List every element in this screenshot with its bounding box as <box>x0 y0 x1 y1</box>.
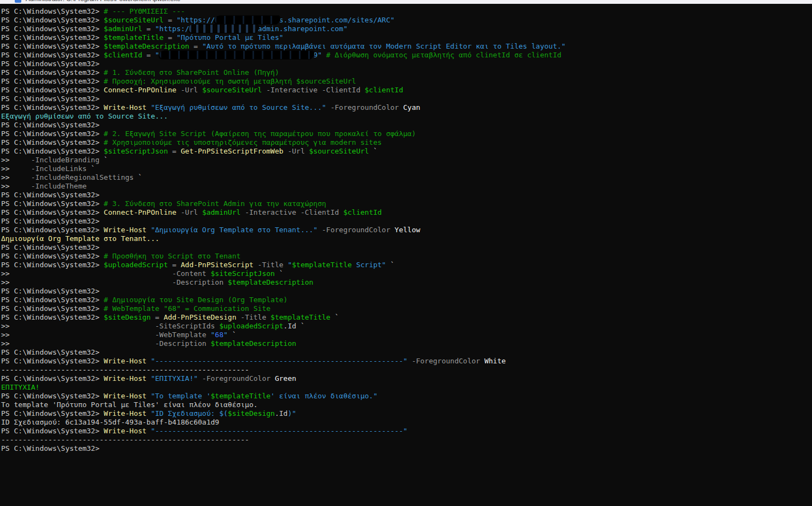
text-segment: "Αυτό το πρότυπο περιλαμβάνει αυτόματα τ… <box>202 42 566 50</box>
terminal-line: Εξαγωγή ρυθμίσεων από το Source Site... <box>1 112 812 121</box>
text-segment: .Id <box>275 409 287 417</box>
text-segment: ID Σχεδιασμού: 6c13a194-55df-493a-baff-b… <box>1 418 219 426</box>
terminal-line: PS C:\Windows\System32> # Προσοχή: Χρησι… <box>1 77 812 86</box>
prompt-text: >> <box>1 156 10 164</box>
text-segment: Write-Host <box>104 226 146 234</box>
terminal-line: PS C:\Windows\System32> <box>1 121 812 130</box>
text-segment: ----------------------------------------… <box>1 436 249 444</box>
text-segment: White <box>484 357 505 365</box>
text-segment: "---------------------------------------… <box>151 357 408 365</box>
terminal-line: PS C:\Windows\System32> $clientId = " 9"… <box>1 51 812 60</box>
prompt-text: PS C:\Windows\System32> <box>1 392 104 400</box>
terminal-line: PS C:\Windows\System32> # Προσθήκη του S… <box>1 252 812 261</box>
text-segment: Connect-PnPOnline <box>104 86 176 94</box>
terminal-line: PS C:\Windows\System32> <box>1 348 812 357</box>
text-segment: = <box>189 42 202 50</box>
text-segment: Εξαγωγή ρυθμίσεων από το Source Site... <box>1 112 168 120</box>
prompt-text: PS C:\Windows\System32> <box>1 77 104 85</box>
text-segment: $siteScriptJson <box>104 147 168 155</box>
text-segment <box>146 357 151 365</box>
text-segment: # 2. Εξαγωγή Site Script (Αφαίρεση της π… <box>104 130 416 138</box>
text-segment: -Interactive -ClientId <box>240 208 343 216</box>
prompt-text: >> <box>1 173 10 181</box>
text-segment <box>322 51 326 59</box>
text-segment: $siteDesign <box>228 409 275 417</box>
text-segment: = <box>163 33 176 42</box>
text-segment <box>10 339 155 348</box>
terminal-line: PS C:\Windows\System32> $templateTitle =… <box>1 33 812 42</box>
text-segment: Write-Host <box>104 103 146 111</box>
text-segment: Add-PnPSiteDesign <box>163 313 236 321</box>
text-segment: ' είναι πλέον διαθέσιμο." <box>270 392 378 400</box>
text-segment: -Description <box>155 339 211 348</box>
terminal-line: PS C:\Windows\System32> $templateDescrip… <box>1 42 812 51</box>
text-segment: -IncludeTheme <box>31 182 87 190</box>
prompt-text: PS C:\Windows\System32> <box>1 374 104 383</box>
text-segment: Get-PnPSiteScriptFromWeb <box>181 147 284 155</box>
terminal-line: >> -Description $templateDescription <box>1 339 812 348</box>
terminal-line: >> -IncludeRegionalSettings ` <box>1 173 812 182</box>
prompt-text: PS C:\Windows\System32> <box>1 348 99 356</box>
prompt-text: PS C:\Windows\System32> <box>1 60 99 68</box>
terminal-line: Το template 'Πρότυπο Portal με Tiles' εί… <box>1 401 812 409</box>
text-segment: ` <box>228 331 237 339</box>
prompt-text: PS C:\Windows\System32> <box>1 217 99 225</box>
text-segment: 68 <box>215 331 223 339</box>
text-segment: "https:// <box>176 16 215 24</box>
text-segment: # 3. Σύνδεση στο SharePoint Admin για τη… <box>104 199 326 208</box>
text-segment <box>10 322 155 330</box>
text-segment: -WebTemplate <box>155 331 211 339</box>
text-segment <box>146 409 151 417</box>
window-title: Administrator: C:\Program Files\PowerShe… <box>26 0 180 3</box>
terminal-line: ΕΠΙΤΥΧΙΑ! <box>1 383 812 392</box>
text-segment <box>146 374 151 383</box>
text-segment: # Προσοχή: Χρησιμοποιούμε τη σωστή μεταβ… <box>104 77 356 85</box>
prompt-text: >> <box>1 278 10 286</box>
text-segment <box>10 331 155 339</box>
prompt-text: PS C:\Windows\System32> <box>1 95 99 103</box>
terminal-output[interactable]: PS C:\Windows\System32> # --- ΡΥΘΜΙΣΕΙΣ … <box>0 4 812 506</box>
text-segment <box>10 182 31 190</box>
prompt-text: PS C:\Windows\System32> <box>1 261 104 269</box>
text-segment: Script" <box>352 261 386 269</box>
prompt-text: PS C:\Windows\System32> <box>1 121 99 129</box>
terminal-line: PS C:\Windows\System32> # WebTemplate "6… <box>1 304 812 313</box>
terminal-line: Δημιουργία Org Template στο Tenant... <box>1 234 812 243</box>
terminal-line: >> -WebTemplate "68" ` <box>1 331 812 339</box>
terminal-line: PS C:\Windows\System32> $siteScriptJson … <box>1 147 812 156</box>
text-segment: $siteDesign <box>104 313 151 321</box>
text-segment: -ForegroundColor <box>198 374 275 383</box>
prompt-text: >> <box>1 269 10 278</box>
text-segment: $clientId <box>104 51 142 59</box>
text-segment: $siteScriptJson <box>211 269 275 278</box>
titlebar: Administrator: C:\Program Files\PowerShe… <box>0 0 812 4</box>
text-segment: 9" <box>313 51 322 59</box>
terminal-line: >> -SiteScriptIds $uploadedScript.Id ` <box>1 322 812 331</box>
text-segment: $adminUrl <box>202 208 240 216</box>
text-segment: $adminUrl <box>104 25 142 33</box>
text-segment: = <box>168 147 180 155</box>
terminal-line: PS C:\Windows\System32> Connect-PnPOnlin… <box>1 86 812 95</box>
text-segment <box>146 103 151 111</box>
terminal-line: PS C:\Windows\System32> # 1. Σύνδεση στο… <box>1 68 812 77</box>
text-segment: # 1. Σύνδεση στο SharePoint Online (Πηγή… <box>104 68 279 77</box>
text-segment: ΕΠΙΤΥΧΙΑ! <box>1 383 39 391</box>
text-segment: s.sharepoint.com/sites/ARC" <box>279 16 395 24</box>
prompt-text: PS C:\Windows\System32> <box>1 130 104 138</box>
text-segment: Yellow <box>395 226 420 234</box>
prompt-text: PS C:\Windows\System32> <box>1 7 104 15</box>
prompt-text: PS C:\Windows\System32> <box>1 199 104 208</box>
text-segment: " <box>223 331 228 339</box>
terminal-line: >> -Description $templateDescription <box>1 278 812 287</box>
text-segment: = <box>163 16 176 24</box>
terminal-line: PS C:\Windows\System32> Write-Host "ΕΠΙΤ… <box>1 374 812 383</box>
text-segment: -Url <box>284 147 309 155</box>
prompt-text: >> <box>1 331 10 339</box>
text-segment: $templateTitle <box>292 261 352 269</box>
terminal-line: >> -IncludeLinks ` <box>1 164 812 173</box>
text-segment: = <box>142 51 155 59</box>
text-segment: .Id ` <box>284 322 305 330</box>
redaction-scribble <box>189 25 257 33</box>
terminal-line: ----------------------------------------… <box>1 366 812 374</box>
text-segment: $sourceSiteUrl <box>104 16 164 24</box>
